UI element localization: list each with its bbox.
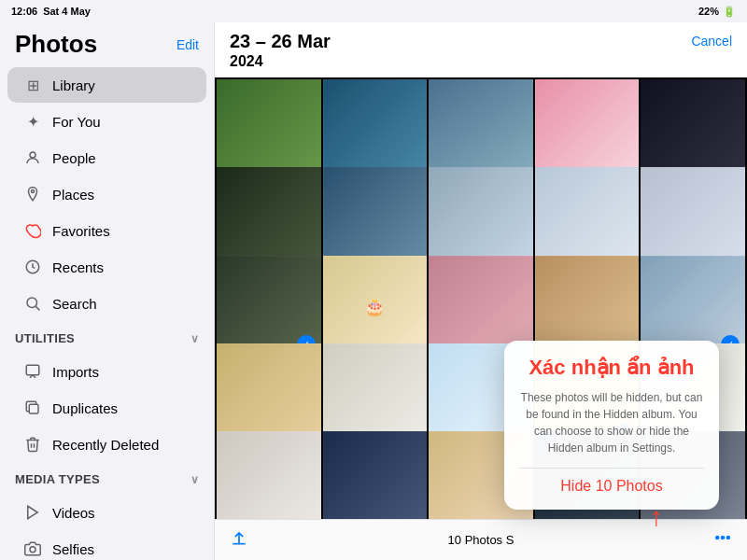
date: Sat 4 May <box>43 6 91 17</box>
svg-rect-5 <box>26 365 39 375</box>
date-container: 23 – 26 Mar 2024 <box>230 30 331 70</box>
sidebar-item-label-duplicates: Duplicates <box>52 400 118 416</box>
sidebar: Photos Edit ⊞ Library ✦ For You People <box>0 22 215 560</box>
media-types-section: Videos Selfies <box>0 494 214 560</box>
battery-icon: 🔋 <box>723 6 736 18</box>
utilities-section-header: Utilities ∨ <box>0 322 214 349</box>
sidebar-item-places[interactable]: Places <box>7 176 206 212</box>
status-bar: 12:06 Sat 4 May 22% 🔋 <box>0 0 747 22</box>
time: 12:06 <box>11 6 37 17</box>
svg-line-4 <box>35 306 39 310</box>
sidebar-item-imports[interactable]: Imports <box>7 354 206 389</box>
main-layout: Photos Edit ⊞ Library ✦ For You People <box>0 22 747 560</box>
svg-point-12 <box>727 537 730 539</box>
selfies-icon <box>22 539 43 559</box>
popup-arrow: ↑ <box>650 502 663 532</box>
sidebar-item-people[interactable]: People <box>7 140 206 175</box>
sidebar-item-label-favorites: Favorites <box>52 223 110 239</box>
recently-deleted-icon <box>22 434 43 455</box>
hide-photos-popup[interactable]: Xác nhận ẩn ảnh These photos will be hid… <box>504 341 719 510</box>
sidebar-item-label-people: People <box>52 150 96 166</box>
people-icon <box>22 147 43 168</box>
photo-cell-21[interactable] <box>217 431 321 519</box>
sidebar-item-label-recents: Recents <box>52 259 104 275</box>
content-header: 23 – 26 Mar 2024 Cancel <box>215 22 747 77</box>
media-types-label: Media Types <box>15 472 100 486</box>
svg-point-8 <box>30 547 35 553</box>
sidebar-item-recently-deleted[interactable]: Recently Deleted <box>7 427 206 462</box>
popup-title: Xác nhận ẩn ảnh <box>519 356 704 380</box>
edit-button[interactable]: Edit <box>176 37 199 52</box>
for-you-icon: ✦ <box>22 111 43 132</box>
battery-text: 22% <box>698 6 719 17</box>
media-types-chevron: ∨ <box>190 473 199 486</box>
sidebar-item-label-videos: Videos <box>52 505 95 521</box>
search-icon <box>22 293 43 314</box>
sidebar-item-label-recently-deleted: Recently Deleted <box>52 437 159 453</box>
sidebar-item-label-imports: Imports <box>52 364 99 380</box>
utilities-label: Utilities <box>15 331 75 345</box>
status-left: 12:06 Sat 4 May <box>11 6 91 17</box>
svg-rect-6 <box>29 404 38 413</box>
sidebar-item-label-search: Search <box>52 296 97 312</box>
sidebar-item-label-for-you: For You <box>52 114 101 130</box>
sidebar-item-duplicates[interactable]: Duplicates <box>7 390 206 426</box>
svg-marker-7 <box>28 506 38 519</box>
bottom-toolbar: 10 Photos S <box>215 519 747 560</box>
sidebar-item-videos[interactable]: Videos <box>7 495 206 530</box>
svg-point-10 <box>716 537 719 539</box>
sidebar-item-selfies[interactable]: Selfies <box>7 531 206 560</box>
videos-icon <box>22 502 43 523</box>
popup-divider <box>519 468 704 469</box>
duplicates-icon <box>22 398 43 418</box>
sidebar-main-section: ⊞ Library ✦ For You People Places <box>0 66 214 322</box>
more-button[interactable] <box>713 528 732 552</box>
share-button[interactable] <box>230 528 248 552</box>
sidebar-item-favorites[interactable]: Favorites <box>7 213 206 248</box>
recents-icon <box>22 257 43 277</box>
date-year: 2024 <box>230 52 331 70</box>
popup-description: These photos will be hidden, but can be … <box>519 389 704 456</box>
utilities-chevron: ∨ <box>190 332 199 345</box>
sidebar-item-recents[interactable]: Recents <box>7 249 206 285</box>
toolbar-label: 10 Photos S <box>448 533 514 547</box>
places-icon <box>22 184 43 204</box>
sidebar-item-label-library: Library <box>52 77 95 93</box>
status-right: 22% 🔋 <box>698 6 736 18</box>
svg-point-11 <box>722 537 725 539</box>
library-icon: ⊞ <box>22 75 43 95</box>
date-range: 23 – 26 Mar <box>230 30 331 52</box>
svg-point-3 <box>27 298 37 308</box>
sidebar-item-label-places: Places <box>52 187 94 203</box>
svg-point-0 <box>30 152 35 158</box>
photo-cell-22[interactable] <box>323 431 428 519</box>
cancel-button[interactable]: Cancel <box>691 34 732 49</box>
sidebar-title: Photos <box>15 30 97 59</box>
sidebar-item-search[interactable]: Search <box>7 286 206 321</box>
sidebar-item-label-selfies: Selfies <box>52 541 94 557</box>
hide-photos-button[interactable]: Hide 10 Photos <box>519 478 704 495</box>
utilities-section: Imports Duplicates Recently Deleted <box>0 353 214 463</box>
sidebar-item-for-you[interactable]: ✦ For You <box>7 104 206 139</box>
favorites-icon <box>22 220 43 241</box>
imports-icon <box>22 361 43 382</box>
media-types-section-header: Media Types ∨ <box>0 463 214 490</box>
sidebar-header: Photos Edit <box>0 22 214 63</box>
sidebar-item-library[interactable]: ⊞ Library <box>7 67 206 103</box>
svg-point-1 <box>32 190 35 193</box>
content-area: 23 – 26 Mar 2024 Cancel ✓ 🎂 ✓ ✓ <box>215 22 747 560</box>
